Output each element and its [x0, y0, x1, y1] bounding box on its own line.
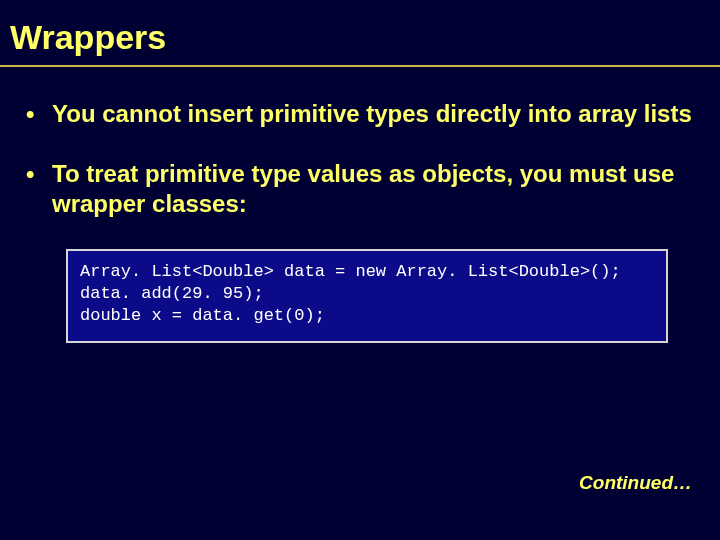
code-block: Array. List<Double> data = new Array. Li… — [66, 249, 668, 343]
bullet-item: You cannot insert primitive types direct… — [22, 99, 698, 129]
slide-content: You cannot insert primitive types direct… — [0, 67, 720, 343]
continued-label: Continued… — [579, 472, 692, 494]
bullet-item: To treat primitive type values as object… — [22, 159, 698, 219]
slide-title: Wrappers — [0, 0, 720, 65]
slide: Wrappers You cannot insert primitive typ… — [0, 0, 720, 540]
bullet-list: You cannot insert primitive types direct… — [22, 99, 698, 219]
